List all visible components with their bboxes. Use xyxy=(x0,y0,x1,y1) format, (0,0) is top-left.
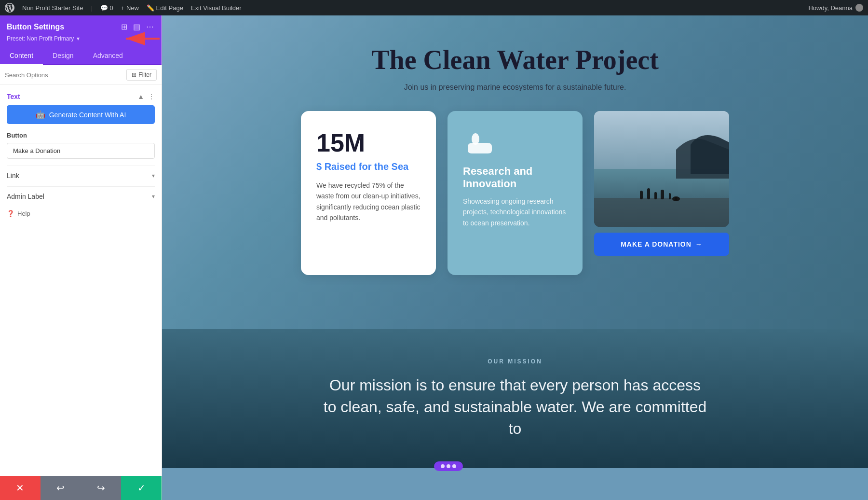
filter-button[interactable]: ⊞ Filter xyxy=(126,69,157,81)
search-input[interactable] xyxy=(5,71,123,79)
link-section: Link ▾ xyxy=(7,166,155,180)
panel-header-icons: ⊞ ▤ ⋯ xyxy=(120,21,155,32)
red-arrow-icon xyxy=(121,31,160,46)
hero-subtitle: Join us in preserving marine ecosystems … xyxy=(404,83,626,92)
svg-rect-7 xyxy=(654,192,657,199)
hero-title: The Clean Water Project xyxy=(371,44,659,75)
tab-design[interactable]: Design xyxy=(43,47,83,65)
undo-button[interactable]: ↩ xyxy=(41,476,81,500)
mission-text: Our mission is to ensure that every pers… xyxy=(322,375,708,439)
beach-scene-svg xyxy=(594,111,729,227)
admin-bar-sep-1: | xyxy=(91,4,92,12)
donate-arrow-icon: → xyxy=(695,240,703,248)
research-card-title: Research and Innovation xyxy=(463,165,567,190)
panel-icon-btn-1[interactable]: ⊞ xyxy=(120,21,128,32)
beach-scene xyxy=(594,111,729,227)
admin-new-link[interactable]: + New xyxy=(121,4,139,12)
bottom-toolbar: ✕ ↩ ↪ ✓ xyxy=(0,476,162,500)
svg-rect-8 xyxy=(661,190,664,199)
admin-site-name[interactable]: Non Profit Starter Site xyxy=(22,4,83,12)
panel-icon-btn-2[interactable]: ▤ xyxy=(132,21,141,32)
button-text-input[interactable] xyxy=(7,143,155,159)
cards-row: 15M $ Raised for the Sea We have recycle… xyxy=(274,111,756,275)
stat-number: 15M xyxy=(316,128,420,157)
research-card: Research and Innovation Showcasing ongoi… xyxy=(448,111,583,275)
svg-rect-9 xyxy=(669,193,671,199)
panel-tabs: Content Design Advanced xyxy=(0,47,162,65)
text-section-more-icon[interactable]: ⋮ xyxy=(148,93,155,100)
main-layout: Button Settings ⊞ ▤ ⋯ Preset: Non Profit… xyxy=(0,15,868,500)
text-section-collapse-icon[interactable]: ▲ xyxy=(137,93,144,100)
link-section-header[interactable]: Link ▾ xyxy=(7,172,155,180)
mission-section: OUR MISSION Our mission is to ensure tha… xyxy=(162,329,868,468)
ai-generate-button[interactable]: 🤖 Generate Content With AI xyxy=(7,105,155,124)
search-bar: ⊞ Filter xyxy=(0,65,162,85)
avatar xyxy=(855,4,863,12)
text-section-icons: ▲ ⋮ xyxy=(137,93,155,100)
admin-label-section: Admin Label ▾ xyxy=(7,186,155,200)
tab-content[interactable]: Content xyxy=(0,47,43,65)
water-hand-icon xyxy=(463,128,497,157)
panel-icon-btn-3[interactable]: ⋯ xyxy=(145,21,155,32)
panel-header: Button Settings ⊞ ▤ ⋯ Preset: Non Profit… xyxy=(0,15,162,47)
preset-row: Preset: Non Profit Primary ▾ xyxy=(7,35,155,42)
dot-1 xyxy=(441,464,445,468)
stat-label: $ Raised for the Sea xyxy=(316,161,420,172)
svg-rect-6 xyxy=(647,188,650,199)
admin-edit-page-link[interactable]: ✏️ Edit Page xyxy=(147,4,183,12)
left-panel: Button Settings ⊞ ▤ ⋯ Preset: Non Profit… xyxy=(0,15,162,500)
admin-label-section-title: Admin Label xyxy=(7,193,44,200)
tab-advanced[interactable]: Advanced xyxy=(83,47,133,65)
admin-comments-link[interactable]: 💬 0 xyxy=(100,4,113,12)
dot-2 xyxy=(447,464,450,468)
admin-exit-builder-link[interactable]: Exit Visual Builder xyxy=(191,4,242,12)
text-section-header: Text ▲ ⋮ xyxy=(7,93,155,100)
stat-description: We have recycled 75% of the waste from o… xyxy=(316,180,420,223)
ai-button-label: Generate Content With AI xyxy=(49,111,126,119)
help-row[interactable]: ❓ Help xyxy=(7,210,155,217)
donate-button[interactable]: MAKE A DONATION → xyxy=(594,233,729,256)
redo-button[interactable]: ↪ xyxy=(81,476,122,500)
admin-howdy: Howdy, Deanna xyxy=(808,4,863,12)
beach-image xyxy=(594,111,729,227)
filter-icon: ⊞ xyxy=(132,71,136,78)
dot-3 xyxy=(452,464,456,468)
preset-label: Preset: Non Profit Primary xyxy=(7,35,74,42)
wp-admin-bar: Non Profit Starter Site | 💬 0 + New ✏️ E… xyxy=(0,0,868,15)
wordpress-logo-icon xyxy=(5,3,14,13)
cancel-button[interactable]: ✕ xyxy=(0,476,41,500)
hero-section: The Clean Water Project Join us in prese… xyxy=(162,15,868,329)
link-section-title: Link xyxy=(7,172,19,180)
svg-rect-5 xyxy=(640,191,643,199)
donate-button-label: MAKE A DONATION xyxy=(621,240,692,248)
panel-title: Button Settings xyxy=(7,23,64,31)
loading-dots xyxy=(434,461,463,471)
image-donate-card: MAKE A DONATION → xyxy=(594,111,729,256)
button-field-label: Button xyxy=(7,132,155,139)
mission-label: OUR MISSION xyxy=(181,358,849,365)
help-label: Help xyxy=(17,210,30,217)
preset-dropdown-indicator[interactable]: ▾ xyxy=(77,35,80,42)
save-button[interactable]: ✓ xyxy=(121,476,162,500)
link-chevron-icon: ▾ xyxy=(152,172,155,179)
content-area: The Clean Water Project Join us in prese… xyxy=(162,15,868,500)
research-card-text: Showcasing ongoing research projects, te… xyxy=(463,196,567,228)
help-icon: ❓ xyxy=(7,210,14,217)
stats-card: 15M $ Raised for the Sea We have recycle… xyxy=(301,111,436,275)
panel-content: Text ▲ ⋮ 🤖 Generate Content With AI Butt… xyxy=(0,85,162,476)
admin-label-section-header[interactable]: Admin Label ▾ xyxy=(7,193,155,200)
filter-label: Filter xyxy=(138,71,151,78)
text-section-title: Text xyxy=(7,93,20,100)
svg-rect-11 xyxy=(675,197,677,201)
ai-icon: 🤖 xyxy=(36,110,45,119)
admin-label-chevron-icon: ▾ xyxy=(152,193,155,200)
